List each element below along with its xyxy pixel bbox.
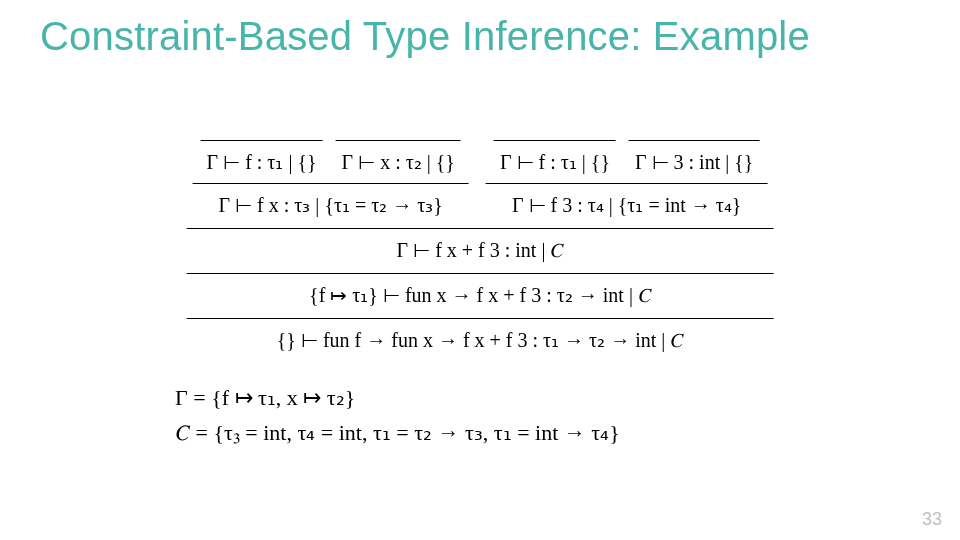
slide: Constraint-Based Type Inference: Example…: [0, 0, 960, 540]
judgement-fun-x: {f ↦ τ₁} ⊢ fun x → f x + f 3 : τ₂ → int …: [187, 276, 774, 314]
derivation-tree: Γ ⊢ f : τ₁ | {} Γ ⊢ x : τ₂ | {} Γ ⊢ f x …: [187, 140, 774, 359]
axiom-f-tau1-l: Γ ⊢ f : τ₁ | {}: [201, 140, 323, 181]
axiom-f-tau1-r: Γ ⊢ f : τ₁ | {}: [494, 140, 616, 181]
slide-title: Constraint-Based Type Inference: Example: [40, 14, 810, 59]
definition-gamma: Γ = {f ↦ τ₁, x ↦ τ₂}: [175, 380, 620, 415]
axiom-3-int: Γ ⊢ 3 : int | {}: [629, 140, 759, 181]
axiom-x-tau2: Γ ⊢ x : τ₂ | {}: [336, 140, 461, 181]
judgement-fun-f: {} ⊢ fun f → fun x → f x + f 3 : τ₁ → τ₂…: [187, 321, 774, 359]
judgement-fx: Γ ⊢ f x : τ₃ | {τ₁ = τ₂ → τ₃}: [193, 184, 469, 224]
definition-C: 𝐶 = {τ₃ = int, τ₄ = int, τ₁ = τ₂ → τ₃, τ…: [175, 415, 620, 450]
definitions: Γ = {f ↦ τ₁, x ↦ τ₂} 𝐶 = {τ₃ = int, τ₄ =…: [175, 380, 620, 450]
judgement-fx-plus-f3: Γ ⊢ f x + f 3 : int | 𝐶: [187, 231, 774, 274]
page-number: 33: [922, 509, 942, 530]
judgement-f3: Γ ⊢ f 3 : τ₄ | {τ₁ = int → τ₄}: [486, 184, 767, 224]
